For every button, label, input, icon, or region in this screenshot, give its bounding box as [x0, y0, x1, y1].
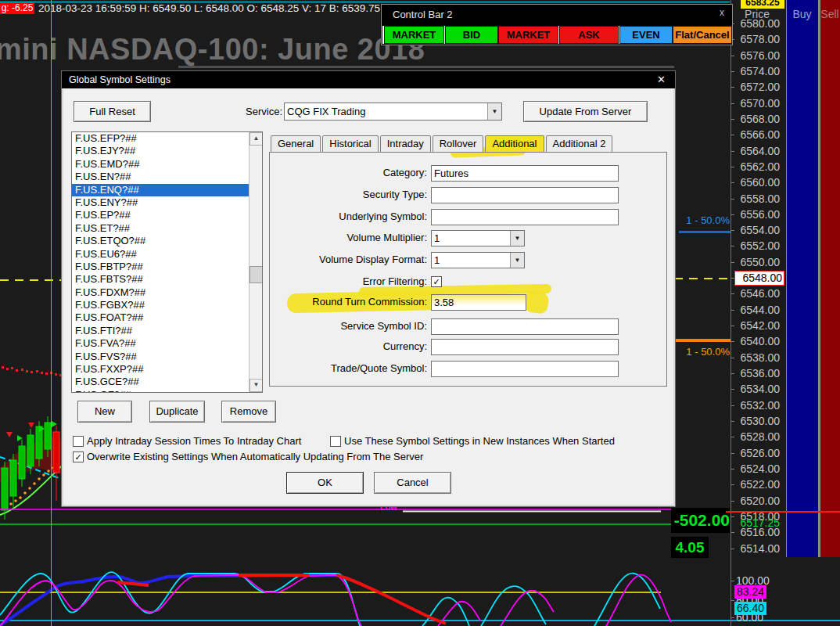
commission-highlight-marker [523, 290, 549, 315]
cb-button-bid[interactable]: BID [445, 26, 498, 44]
underlying-symbol-label: Underlying Symbol: [140, 210, 427, 222]
volume-multiplier-value: 1 [434, 232, 440, 244]
dialog-title: Global Symbol Settings [69, 74, 171, 85]
ladder-price: 6578.00 [731, 31, 780, 47]
chevron-down-icon[interactable]: ▼ [510, 253, 524, 268]
change-badge: g: -6.25 [0, 2, 34, 14]
symbol-item[interactable]: F.US.EFP?## [72, 132, 249, 145]
cancel-button[interactable]: Cancel [374, 472, 451, 494]
error-filtering-label: Error Filtering: [140, 275, 427, 287]
chart-title: mini NASDAQ-100: June 2018 [0, 33, 425, 67]
crosshair-horizontal [0, 2, 730, 2]
ladder-tick [731, 581, 734, 581]
service-symbol-id-field[interactable] [431, 318, 619, 335]
ladder-price: 6554.00 [731, 222, 780, 238]
ladder-price: 6544.00 [731, 302, 780, 318]
security-type-label: Security Type: [140, 189, 427, 200]
control-bar-window: Control Bar 2 x MARKETBIDMARKETASKEVENFl… [381, 4, 733, 45]
option-3-checkbox[interactable]: ✓ [73, 452, 84, 462]
dialog-close-icon[interactable]: ✕ [657, 74, 666, 85]
tab-rollover[interactable]: Rollover [433, 135, 484, 152]
ladder-price: 6558.00 [731, 191, 780, 207]
oscillator-value-badge: 83.24 [734, 585, 766, 599]
ladder-price: 6514.00 [731, 541, 780, 556]
ladder-price: 6540.00 [731, 333, 780, 349]
ladder-price: 6572.00 [731, 79, 780, 95]
underlying-symbol-field[interactable] [431, 209, 619, 225]
trade-quote-symbol-label: Trade/Quote Symbol: [140, 362, 427, 374]
volume-multiplier-label: Volume Multiplier: [140, 232, 427, 243]
volume-display-format-label: Volume Display Format: [140, 254, 427, 265]
ladder-price: 6574.00 [731, 63, 780, 79]
symbol-item[interactable]: F.US.FVS?## [72, 351, 249, 363]
ladder-sell-header[interactable]: Sell [820, 8, 840, 20]
chevron-down-icon[interactable]: ▼ [510, 231, 524, 246]
ladder-tick [731, 600, 734, 601]
ladder-price: 6568.00 [731, 111, 780, 127]
cb-button-market[interactable]: MARKET [384, 26, 444, 44]
service-symbol-id-label: Service Symbol ID: [140, 320, 427, 332]
ladder-price: 6556.00 [731, 207, 780, 222]
global-symbol-settings-dialog: Global Symbol Settings ✕ Full Reset Serv… [61, 70, 676, 507]
symbol-item[interactable]: F.US.GF?## [72, 389, 249, 393]
volume-multiplier-dropdown[interactable]: 1▼ [431, 230, 525, 246]
ladder-sell-column[interactable] [820, 0, 840, 557]
round-turn-commission-field[interactable]: 3.58 [431, 294, 526, 311]
new-button[interactable]: New [77, 401, 132, 423]
duplicate-button[interactable]: Duplicate [149, 401, 205, 423]
tab-historical[interactable]: Historical [322, 135, 378, 152]
error-filtering-checkbox[interactable]: ✓ [431, 276, 442, 287]
tab-additional-2[interactable]: Additional 2 [546, 135, 613, 152]
ladder-price: 6546.00 [731, 286, 780, 301]
trade-quote-symbol-field[interactable] [431, 361, 619, 377]
option-1-checkbox[interactable] [73, 436, 84, 447]
ladder-price: 6570.00 [731, 95, 780, 111]
ladder-price: 6526.00 [731, 445, 780, 461]
fib-lower-line [676, 339, 731, 342]
control-bar-close-icon[interactable]: x [720, 7, 724, 18]
ladder-price: 6566.00 [731, 127, 780, 142]
ladder-price: 6538.00 [731, 350, 780, 365]
cb-button-even[interactable]: EVEN [619, 26, 673, 44]
ladder-price: 6536.00 [731, 365, 780, 381]
last-trade-line [726, 511, 840, 513]
tab-intraday[interactable]: Intraday [380, 135, 431, 152]
trading-workspace: g: -6.25 2018-03-23 16:59:59 H: 6549.50 … [0, 0, 840, 626]
option-2-checkbox[interactable] [330, 436, 341, 447]
chevron-down-icon[interactable]: ▼ [487, 103, 501, 120]
scroll-down-icon[interactable]: ▼ [249, 379, 263, 392]
tab-row: GeneralHistoricalIntradayRolloverAdditio… [271, 135, 612, 152]
last-price-cell: 6548.00 [734, 271, 784, 286]
cb-button-ask[interactable]: ASK [559, 26, 619, 44]
ladder-buy-column[interactable] [786, 0, 819, 557]
dialog-titlebar[interactable]: Global Symbol Settings ✕ [62, 71, 675, 88]
ok-button[interactable]: OK [286, 472, 364, 494]
security-type-field[interactable] [431, 187, 619, 203]
crosshair-vertical [51, 0, 52, 626]
oscillator-value-badge: 66.40 [734, 602, 766, 615]
pnl-value: -502.00 [671, 508, 730, 533]
control-bar-buttons: MARKETBIDMARKETASKEVENFlat/Cancel [382, 26, 731, 44]
red-dotted-study [2, 366, 62, 376]
ladder-tick [731, 617, 734, 618]
tab-additional[interactable]: Additional [485, 135, 544, 152]
ladder-price: 6576.00 [731, 48, 780, 63]
ladder-price: 6522.00 [731, 477, 780, 492]
scroll-up-icon[interactable]: ▲ [249, 132, 263, 146]
category-field[interactable]: Futures [431, 165, 619, 182]
fib-upper-line [679, 231, 731, 233]
cb-button-market[interactable]: MARKET [498, 26, 558, 44]
symbol-item[interactable]: F.US.GCE?## [72, 376, 249, 388]
cb-button-flat-cancel[interactable]: Flat/Cancel [673, 26, 732, 44]
symbol-item[interactable]: F.US.EJY?## [72, 145, 249, 157]
volume-display-format-dropdown[interactable]: 1▼ [431, 252, 525, 268]
currency-field[interactable] [431, 339, 619, 355]
tab-general[interactable]: General [271, 135, 321, 152]
service-dropdown[interactable]: CQG FIX Trading ▼ [284, 103, 502, 121]
category-label: Category: [140, 167, 427, 178]
ladder-price: 6542.00 [731, 318, 780, 333]
update-from-server-button[interactable]: Update From Server [523, 101, 648, 122]
ladder-buy-header[interactable]: Buy [786, 8, 818, 20]
remove-button[interactable]: Remove [221, 401, 276, 423]
full-reset-button[interactable]: Full Reset [74, 101, 151, 122]
